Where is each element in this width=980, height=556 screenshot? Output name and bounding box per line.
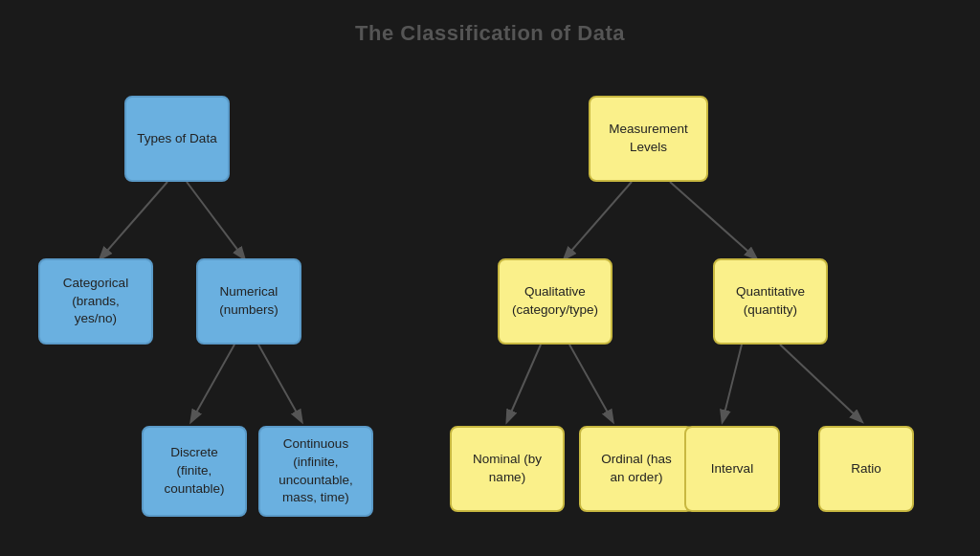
types-of-data-box: Types of Data	[124, 96, 230, 182]
svg-line-0	[100, 182, 167, 258]
svg-line-3	[258, 345, 301, 421]
svg-line-5	[670, 182, 756, 258]
qualitative-box: Qualitative(category/type)	[498, 258, 612, 345]
svg-line-4	[565, 182, 632, 258]
svg-line-8	[723, 345, 742, 421]
main-title: The Classification of Data	[0, 0, 980, 46]
nominal-box: Nominal (byname)	[450, 426, 565, 512]
ratio-box: Ratio	[818, 426, 914, 512]
svg-line-1	[187, 182, 244, 258]
measurement-levels-box: MeasurementLevels	[589, 96, 708, 182]
ordinal-box: Ordinal (hasan order)	[579, 426, 694, 512]
svg-line-2	[191, 345, 234, 421]
svg-line-9	[780, 345, 861, 421]
numerical-box: Numerical(numbers)	[196, 258, 301, 345]
svg-line-6	[507, 345, 541, 421]
svg-line-7	[569, 345, 612, 421]
discrete-box: Discrete(finite,countable)	[142, 426, 247, 517]
quantitative-box: Quantitative(quantity)	[713, 258, 828, 345]
categorical-box: Categorical(brands,yes/no)	[38, 258, 153, 345]
continuous-box: Continuous(infinite,uncountable,mass, ti…	[258, 426, 373, 517]
interval-box: Interval	[684, 426, 780, 512]
